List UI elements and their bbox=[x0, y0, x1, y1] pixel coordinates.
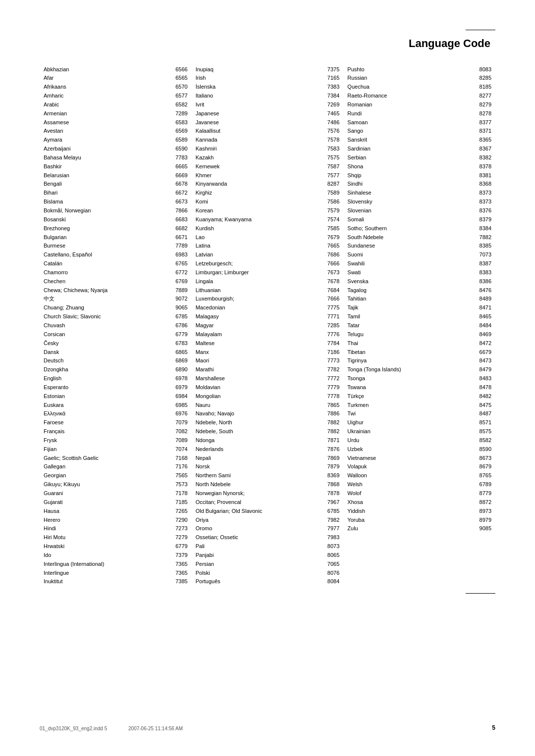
language-name: Suomi bbox=[347, 251, 473, 258]
language-name: Afrikaans bbox=[44, 83, 169, 91]
list-item: Sango8371 bbox=[347, 127, 491, 136]
column-2: Inupiaq7375Irish7165Íslenska7383Italiano… bbox=[192, 65, 344, 586]
language-code: 6582 bbox=[169, 101, 188, 108]
column-1: Abkhazian6566Afar6565Afrikaans6570Amhari… bbox=[40, 65, 192, 586]
language-code: 8377 bbox=[473, 119, 491, 126]
language-name: Tsonga bbox=[347, 375, 473, 382]
list-item: Ukrainian8575 bbox=[347, 427, 491, 436]
language-code: 7666 bbox=[321, 260, 339, 267]
language-name: Mongolian bbox=[196, 393, 321, 400]
language-name: Euskara bbox=[44, 402, 169, 409]
list-item: Maltese7784 bbox=[196, 339, 340, 348]
list-item: North Ndebele7868 bbox=[196, 480, 340, 489]
language-name: Sango bbox=[347, 127, 473, 135]
language-name: Slovenian bbox=[347, 207, 473, 214]
language-code: 7289 bbox=[169, 110, 188, 117]
language-code: 8478 bbox=[473, 384, 491, 391]
language-code: 7585 bbox=[321, 225, 339, 232]
language-code: 6682 bbox=[169, 225, 188, 232]
language-name: Hiri Motu bbox=[44, 534, 169, 541]
list-item: Yoruba8979 bbox=[347, 515, 491, 524]
language-code: 8368 bbox=[473, 180, 491, 188]
language-name: Dansk bbox=[44, 349, 169, 356]
list-item: Bashkir6665 bbox=[44, 162, 188, 171]
language-code: 7265 bbox=[169, 507, 188, 515]
language-name: Ossetian; Ossetic bbox=[196, 534, 321, 541]
language-name: Korean bbox=[196, 207, 321, 214]
language-code: 8376 bbox=[473, 207, 491, 214]
language-code: 7967 bbox=[321, 499, 339, 506]
list-item: Korean7579 bbox=[196, 206, 340, 215]
language-name: Armenian bbox=[44, 110, 169, 117]
footer-info: 01_dvp3120K_93_eng2.indd 5 2007-06-25 11… bbox=[40, 726, 183, 731]
language-code: 6869 bbox=[169, 357, 188, 364]
list-item: Gujarati7185 bbox=[44, 498, 188, 506]
language-code: 8476 bbox=[473, 287, 491, 294]
page-number: 5 bbox=[492, 724, 495, 731]
list-item: Bosanski6683 bbox=[44, 215, 188, 224]
list-item: Tsonga8483 bbox=[347, 374, 491, 383]
language-code: 7178 bbox=[169, 490, 188, 497]
language-code: 6669 bbox=[169, 172, 188, 179]
language-name: Ido bbox=[44, 552, 169, 559]
language-name: Shqip bbox=[347, 172, 473, 179]
language-name: Avestan bbox=[44, 127, 169, 135]
language-code: 7982 bbox=[321, 516, 339, 524]
list-item: Xhosa8872 bbox=[347, 498, 491, 506]
list-item: Welsh6789 bbox=[347, 480, 491, 489]
language-name: Deutsch bbox=[44, 357, 169, 364]
language-code: 7290 bbox=[169, 516, 188, 524]
list-item: Bokmål, Norwegian7866 bbox=[44, 206, 188, 215]
language-code: 8779 bbox=[473, 490, 491, 497]
language-code: 8384 bbox=[473, 225, 491, 232]
list-item: Lithuanian7684 bbox=[196, 286, 340, 295]
language-name: Esperanto bbox=[44, 384, 169, 391]
language-code: 7679 bbox=[321, 234, 339, 241]
language-name: Russian bbox=[347, 74, 473, 82]
list-item: Gaelic; Scottish Gaelic7168 bbox=[44, 454, 188, 462]
language-code: 7684 bbox=[321, 287, 339, 294]
language-code: 9072 bbox=[169, 295, 188, 302]
list-item: Marshallese7772 bbox=[196, 374, 340, 383]
language-name: Church Slavic; Slavonic bbox=[44, 313, 169, 320]
language-name: Sanskrit bbox=[347, 136, 473, 144]
language-code: 8379 bbox=[473, 216, 491, 223]
language-code: 8472 bbox=[473, 340, 491, 347]
list-item: Javanese7486 bbox=[196, 118, 340, 127]
language-name: Norwegian Nynorsk; bbox=[196, 490, 321, 497]
language-code: 8185 bbox=[473, 83, 491, 91]
language-name: Uighur bbox=[347, 419, 473, 426]
language-code: 7565 bbox=[169, 472, 188, 479]
language-name: Belarusian bbox=[44, 172, 169, 179]
language-code: 6785 bbox=[169, 313, 188, 320]
language-name: Sundanese bbox=[347, 242, 473, 250]
language-name: Moldavian bbox=[196, 384, 321, 391]
column-3: Pushto8083Russian8285Quechua8185Raeto-Ro… bbox=[343, 65, 495, 533]
language-name: Maltese bbox=[196, 340, 321, 347]
list-item: Ossetian; Ossetic7983 bbox=[196, 533, 340, 542]
language-name: Georgian bbox=[44, 472, 169, 479]
language-code: 8479 bbox=[473, 366, 491, 373]
language-code: 6786 bbox=[169, 322, 188, 329]
list-item: Panjabi8065 bbox=[196, 551, 340, 559]
language-name: Yoruba bbox=[347, 516, 473, 524]
list-item: Swahili8387 bbox=[347, 259, 491, 268]
list-item: Hrwatski6779 bbox=[44, 542, 188, 551]
list-item: Latvian7686 bbox=[196, 251, 340, 259]
language-code: 6673 bbox=[169, 198, 188, 205]
list-item: Oromo7977 bbox=[196, 524, 340, 533]
language-name: 中文 bbox=[44, 295, 169, 302]
language-code: 7871 bbox=[321, 437, 339, 444]
list-item: Georgian7565 bbox=[44, 471, 188, 480]
list-item: Moldavian7779 bbox=[196, 383, 340, 392]
language-name: Inupiaq bbox=[196, 66, 321, 73]
list-item: Swati8383 bbox=[347, 268, 491, 277]
list-item: Wolof8779 bbox=[347, 489, 491, 498]
list-item: Inupiaq7375 bbox=[196, 65, 340, 74]
language-code: 7576 bbox=[321, 127, 339, 135]
language-code: 7384 bbox=[321, 92, 339, 100]
language-code: 6665 bbox=[169, 163, 188, 170]
list-item: Manx7186 bbox=[196, 348, 340, 356]
list-item: Ndebele, North7882 bbox=[196, 418, 340, 427]
list-item: Sardinian8367 bbox=[347, 145, 491, 153]
